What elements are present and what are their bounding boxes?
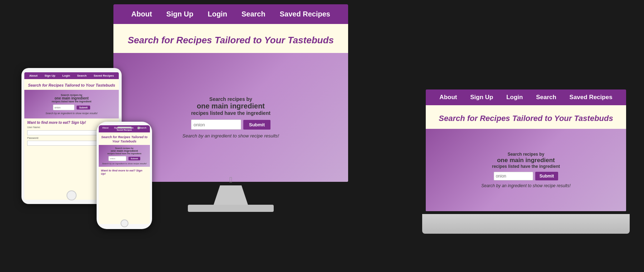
imac-apple-logo:  [227, 175, 234, 185]
mobile-result-text: Search by an ingredient to show recipe r… [102, 162, 147, 165]
mobile-signup-section: Want to find more to eat? Sign Up! [99, 167, 150, 179]
large-hero-title: Search for Recipes Tailored to Your Tast… [113, 24, 348, 53]
mobile-nav-about[interactable]: About [101, 127, 109, 129]
medium-nav-search[interactable]: Search [532, 94, 561, 101]
mobile-search-section: Search recipes by one main ingredient re… [99, 145, 150, 167]
large-search-line3: recipes listed have the ingredient [191, 110, 270, 116]
large-nav-signup[interactable]: Sign Up [159, 10, 201, 18]
tablet-nav-signup[interactable]: Sign Up [43, 74, 57, 77]
macbook-bezel: About Sign Up Login Search Saved Recipes… [422, 86, 630, 215]
iphone-speaker [117, 127, 132, 128]
iphone-device: About Sign Up Login Search Saved Recipes… [97, 122, 152, 229]
large-nav-saved[interactable]: Saved Recipes [273, 10, 337, 18]
tablet-search-line1: Search recipes by [61, 94, 82, 96]
tablet-search-line2: one main ingredient [54, 96, 88, 100]
large-nav-about[interactable]: About [124, 10, 159, 18]
mobile-hero-title: Search for Recipes Tailored to Your Tast… [99, 132, 150, 145]
mobile-search-line3: recipes listed have the ingredient [107, 152, 141, 155]
medium-body: Search for Recipes Tailored to Your Tast… [426, 105, 626, 211]
medium-search-line1: Search recipes by [508, 152, 545, 157]
medium-result-text: Search by an ingredient to show recipe r… [481, 183, 570, 188]
large-search-instruction: Search recipes by one main ingredient re… [191, 96, 270, 116]
tablet-submit-button[interactable]: Submit [77, 106, 90, 110]
macbook-keyboard [422, 214, 630, 234]
macbook-screen: About Sign Up Login Search Saved Recipes… [426, 89, 626, 211]
large-search-row: Submit [191, 120, 270, 130]
medium-nav-saved[interactable]: Saved Recipes [565, 94, 617, 101]
large-search-line2: one main ingredient [197, 102, 265, 110]
mobile-nav: About Sign Up Login Search Saved Recipes [99, 125, 150, 132]
large-search-input[interactable] [191, 120, 241, 130]
large-nav-login[interactable]: Login [200, 10, 234, 18]
macbook-device: About Sign Up Login Search Saved Recipes… [422, 86, 630, 236]
mobile-submit-button[interactable]: Submit [128, 157, 140, 160]
medium-submit-button[interactable]: Submit [535, 172, 558, 180]
large-nav: About Sign Up Login Search Saved Recipes [113, 4, 348, 24]
medium-search-instruction: Search recipes by one main ingredient re… [492, 152, 560, 169]
ipad-home-button[interactable] [67, 190, 77, 200]
large-result-text: Search by an ingredient to show recipe r… [182, 133, 279, 139]
iphone-camera [137, 127, 140, 129]
tablet-search-input[interactable] [53, 105, 74, 110]
mobile-signup-title: Want to find more to eat? Sign Up! [101, 169, 148, 175]
tablet-search-row: Submit [53, 105, 90, 110]
mobile-search-instruction: Search recipes by one main ingredient re… [107, 147, 141, 155]
tablet-search-line3: recipes listed have the ingredient [52, 100, 92, 103]
large-nav-search[interactable]: Search [234, 10, 273, 18]
imac-base [188, 205, 274, 212]
medium-search-input[interactable] [494, 172, 533, 180]
iphone-bezel: About Sign Up Login Search Saved Recipes… [97, 122, 152, 229]
medium-nav-login[interactable]: Login [502, 94, 527, 101]
medium-app: About Sign Up Login Search Saved Recipes… [426, 89, 626, 211]
large-search-line1: Search recipes by [209, 96, 252, 102]
tablet-nav: About Sign Up Login Search Saved Recipes [24, 72, 119, 79]
medium-nav-signup[interactable]: Sign Up [466, 94, 497, 101]
medium-hero-title: Search for Recipes Tailored to Your Tast… [426, 105, 626, 129]
tablet-hero-title: Search for Recipes Tailored to Your Tast… [24, 79, 119, 90]
medium-search-section: Search recipes by one main ingredient re… [426, 129, 626, 211]
mobile-app: About Sign Up Login Search Saved Recipes… [99, 125, 150, 224]
mobile-search-input[interactable] [108, 156, 126, 161]
mobile-search-row: Submit [108, 156, 140, 161]
medium-search-row: Submit [494, 172, 558, 180]
tablet-search-section: Search recipes by one main ingredient re… [24, 90, 119, 118]
medium-search-line3: recipes listed have the ingredient [492, 164, 560, 169]
tablet-nav-about[interactable]: About [28, 74, 39, 77]
iphone-screen: About Sign Up Login Search Saved Recipes… [99, 125, 150, 224]
medium-nav: About Sign Up Login Search Saved Recipes [426, 89, 626, 105]
medium-search-line2: one main ingredient [497, 157, 555, 164]
iphone-home-button[interactable] [121, 219, 128, 227]
large-submit-button[interactable]: Submit [243, 120, 270, 130]
tablet-result-text: Search by an ingredient to show recipe r… [45, 112, 98, 115]
mobile-body: Search for Recipes Tailored to Your Tast… [99, 132, 150, 224]
tablet-nav-saved[interactable]: Saved Recipes [92, 74, 115, 77]
imac-stand [213, 185, 249, 207]
mobile-search-line2: one main ingredient [111, 149, 138, 152]
tablet-nav-login[interactable]: Login [61, 74, 72, 77]
tablet-nav-search[interactable]: Search [75, 74, 88, 77]
tablet-search-instruction: Search recipes by one main ingredient re… [52, 94, 92, 103]
medium-nav-about[interactable]: About [435, 94, 461, 101]
mobile-nav-saved[interactable]: Saved Recipes [116, 129, 133, 131]
